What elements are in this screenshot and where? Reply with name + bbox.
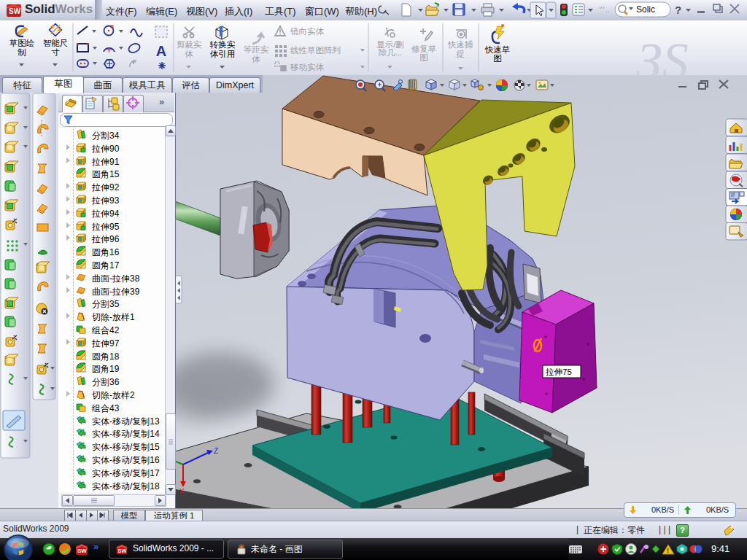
svg-text:转换实: 转换实 [209, 40, 236, 49]
svg-text:图: 图 [493, 54, 502, 63]
svg-text:智能尺: 智能尺 [43, 39, 69, 47]
svg-text:体: 体 [252, 55, 260, 63]
svg-text:A: A [156, 43, 166, 59]
svg-text:剪裁实: 剪裁实 [177, 40, 202, 49]
svg-text:SW: SW [118, 548, 127, 554]
svg-text:?: ? [675, 4, 681, 16]
svg-text:体: 体 [185, 50, 193, 58]
svg-text:制: 制 [18, 48, 26, 57]
svg-text:草图绘: 草图绘 [9, 39, 35, 47]
svg-text:体引用: 体引用 [210, 50, 236, 58]
svg-text:X: X [179, 488, 185, 496]
svg-text:SW: SW [77, 548, 87, 554]
svg-text:快速草: 快速草 [484, 45, 511, 54]
svg-text:除几...: 除几... [379, 48, 403, 57]
svg-text:图: 图 [419, 53, 428, 62]
svg-text:⺍..: ⺍.. [598, 6, 610, 14]
svg-text:修复草: 修复草 [411, 44, 437, 53]
svg-text:ЗS: ЗS [636, 32, 689, 75]
svg-text:快速捕: 快速捕 [447, 40, 473, 49]
svg-text:Z: Z [214, 447, 218, 455]
svg-text:镜向实体: 镜向实体 [290, 27, 325, 36]
svg-text:!: ! [667, 547, 669, 554]
svg-text:移动实体: 移动实体 [290, 63, 325, 71]
svg-text:拉伸75: 拉伸75 [545, 368, 572, 376]
svg-text:线性草图阵列: 线性草图阵列 [290, 46, 341, 55]
svg-text:捉: 捉 [456, 50, 465, 58]
svg-text:Solic: Solic [636, 4, 655, 15]
svg-text:等距实: 等距实 [244, 45, 269, 54]
svg-text:寸: 寸 [51, 48, 60, 57]
